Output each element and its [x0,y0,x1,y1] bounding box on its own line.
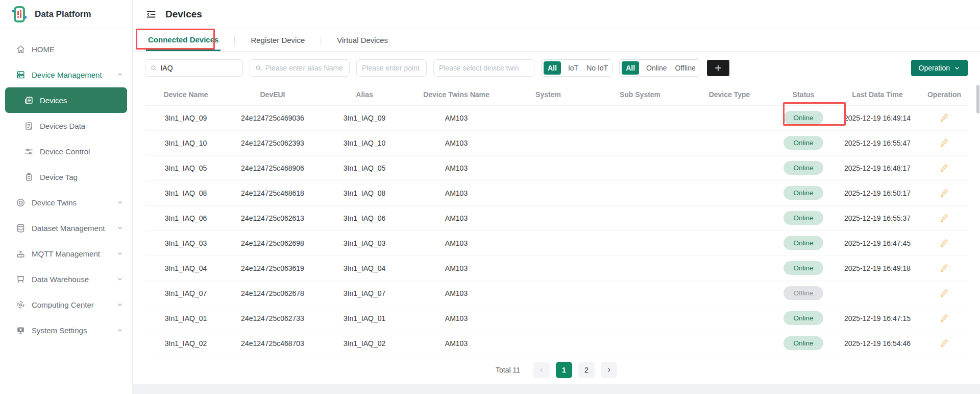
edit-device-button[interactable] [940,163,949,172]
edit-device-button[interactable] [940,263,949,272]
operation-cell [921,205,968,230]
chevron-down-icon [117,276,123,282]
last-data-time-cell: 2025-12-19 16:47:45 [834,230,921,256]
edit-device-button[interactable] [940,313,949,322]
edit-device-button[interactable] [940,112,949,122]
pagination-next-button[interactable] [601,362,617,378]
sidebar-item-dataset-management[interactable]: Dataset Management [0,215,132,241]
device-name-cell: 3In1_IAQ_07 [145,281,227,306]
system-settings-icon [15,325,26,335]
edit-pencil-icon [940,137,949,147]
edit-pencil-icon [940,163,949,172]
edit-pencil-icon [940,338,949,347]
operation-cell [921,281,968,306]
tab-connected-devices[interactable]: Connected Devices [146,29,220,51]
sidebar-item-home[interactable]: HOME [0,36,132,62]
table-row: 3In1_IAQ_0324e124725c0626983In1_IAQ_03AM… [145,230,968,256]
mqtt-management-icon [15,248,26,259]
device-name-cell: 3In1_IAQ_01 [145,306,227,331]
sidebar-item-device-tag[interactable]: Device Tag [0,164,132,190]
device-name-search-input[interactable] [160,64,237,72]
sidebar-collapse-icon[interactable] [145,8,157,20]
last-data-time-cell: 2025-12-19 16:55:37 [834,205,921,230]
scrollbar-thumb[interactable] [976,85,979,113]
sidebar-item-computing-center[interactable]: Computing Center [0,292,132,317]
edit-pencil-icon [940,112,949,122]
device-twin-select-input[interactable] [439,64,529,72]
status-filter-online[interactable]: Online [645,64,668,72]
table-row: 3In1_IAQ_0924e124725c4690363In1_IAQ_09AM… [145,105,968,130]
device-name-cell: 3In1_IAQ_08 [145,180,227,205]
system-cell [502,130,594,155]
operation-cell [921,105,968,130]
search-icon [255,64,261,72]
chevron-down-icon [117,327,123,333]
tab-register-device[interactable]: Register Device [249,29,307,51]
twins-name-cell: AM103 [410,331,502,356]
sub-system-cell [594,256,686,281]
sub-system-cell [594,130,686,155]
iot-filter-no-iot[interactable]: No IoT [585,64,609,72]
col-device-name: Device Name [145,84,227,105]
add-device-button[interactable] [707,60,729,76]
sidebar-item-label: Device Tag [40,173,78,181]
status-cell: Online [773,205,834,230]
last-data-time-cell: 2025-12-19 16:54:46 [834,331,921,356]
sidebar-item-data-warehouse[interactable]: Data Warehouse [0,266,132,292]
alias-cell: 3In1_IAQ_02 [318,331,410,356]
status-badge: Online [783,261,823,275]
status-filter-offline[interactable]: Offline [674,64,697,72]
edit-device-button[interactable] [940,238,949,247]
pagination-page-2[interactable]: 2 [578,362,595,378]
plus-icon [714,63,723,73]
chevron-down-icon [117,302,123,308]
sidebar-item-mqtt-management[interactable]: MQTT Management [0,241,132,266]
edit-pencil-icon [940,188,949,197]
sidebar-item-devices-data[interactable]: Devices Data [0,113,132,138]
sub-system-cell [594,155,686,180]
edit-device-button[interactable] [940,137,949,147]
device-type-cell [686,306,773,331]
pagination-prev-button[interactable] [533,362,550,378]
edit-device-button[interactable] [940,288,949,297]
status-badge: Online [783,236,823,250]
operation-cell [921,230,968,256]
twins-name-cell: AM103 [410,256,502,281]
device-twins-icon [15,197,26,207]
sidebar-item-device-management[interactable]: Device Management [0,62,132,87]
iot-filter-segment: All IoT No IoT [541,59,612,77]
status-filter-all[interactable]: All [622,61,639,75]
iot-filter-iot[interactable]: IoT [567,64,579,72]
sidebar-item-label: Dataset Management [32,224,105,233]
alias-cell: 3In1_IAQ_05 [318,155,410,180]
sidebar-item-system-settings[interactable]: System Settings [0,317,132,343]
last-data-time-cell: 2025-12-19 16:50:17 [834,180,921,205]
sidebar-item-device-twins[interactable]: Device Twins [0,190,132,215]
operation-button[interactable]: Operation [911,60,968,76]
iot-filter-all[interactable]: All [544,61,561,75]
pagination-page-1[interactable]: 1 [556,362,572,378]
edit-device-button[interactable] [940,338,949,347]
alias-cell: 3In1_IAQ_10 [318,130,410,155]
edit-device-button[interactable] [940,213,949,222]
sidebar-item-device-control[interactable]: Device Control [0,138,132,164]
last-data-time-cell: 2025-12-19 16:48:17 [834,155,921,180]
alias-search-input[interactable] [265,64,344,72]
tab-virtual-devices[interactable]: Virtual Devices [335,29,390,51]
footer-strip [133,384,980,394]
status-filter-segment: All Online Offline [619,59,700,77]
edit-device-button[interactable] [940,188,949,197]
sidebar-item-devices[interactable]: Devices [5,87,127,113]
point-input[interactable] [362,64,421,72]
top-bar: Devices [133,0,980,29]
tab-divider [321,36,321,45]
deveui-cell: 24e124725c062613 [227,205,318,230]
sidebar-menu: HOME Device Management Devices [0,29,132,343]
last-data-time-cell: 2025-12-19 16:47:15 [834,306,921,331]
table-header-row: Device Name DevEUI Alias Device Twins Na… [145,84,968,105]
sidebar-item-label: Device Control [40,147,90,156]
chevron-right-icon [606,367,612,373]
tab-label: Register Device [251,36,305,44]
sidebar-item-label: Device Twins [32,198,77,207]
search-icon [151,64,157,72]
